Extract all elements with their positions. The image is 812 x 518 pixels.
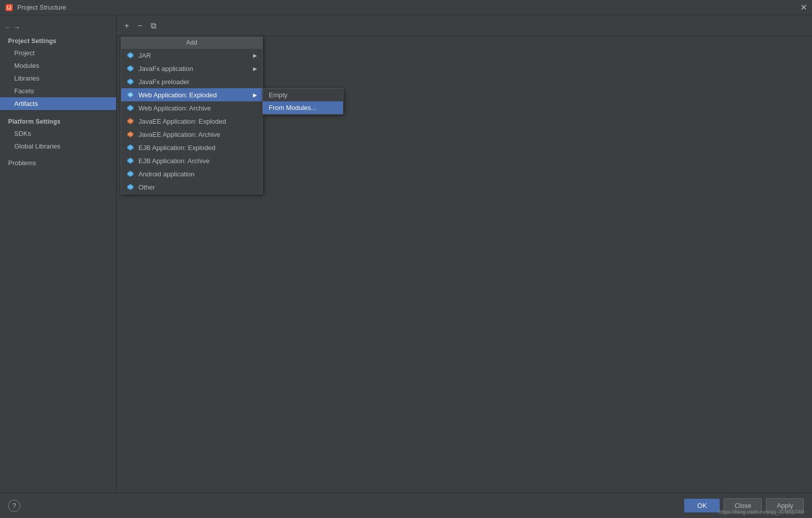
bottom-bar: ? OK Close Apply https://blog.csdn.net/q…	[0, 493, 812, 518]
nav-arrows: ← →	[0, 19, 116, 33]
sidebar-item-facets[interactable]: Facets	[0, 85, 116, 97]
android-app-icon	[126, 170, 134, 178]
window-title: Project Structure	[17, 4, 66, 11]
platform-settings-label: Platform Settings	[0, 114, 116, 127]
web-app-exploded-arrow: ▶	[253, 92, 257, 98]
submenu-item-empty[interactable]: Empty	[263, 89, 343, 101]
javafx-preloader-icon	[126, 78, 134, 86]
title-bar: IJ Project Structure ✕	[0, 0, 812, 15]
close-window-button[interactable]: ✕	[800, 4, 807, 12]
jar-icon	[126, 51, 134, 59]
add-menu-header: Add	[121, 37, 262, 49]
svg-text:IJ: IJ	[7, 5, 11, 11]
forward-button[interactable]: →	[13, 23, 20, 31]
sidebar-item-problems[interactable]: Problems	[0, 157, 116, 169]
menu-item-web-app-exploded[interactable]: Web Application: Exploded ▶ Empty From M…	[121, 88, 262, 101]
app-icon: IJ	[5, 4, 13, 12]
menu-item-ejb-app-archive[interactable]: EJB Application: Archive	[121, 154, 262, 167]
sidebar-divider	[0, 110, 116, 114]
toolbar: + − ⧉	[117, 15, 812, 36]
title-bar-left: IJ Project Structure	[5, 4, 66, 12]
ejb-app-exploded-icon	[126, 143, 134, 152]
bottom-bar-left: ?	[8, 500, 20, 512]
add-menu: Add JAR ▶ JavaFx application ▶	[121, 36, 263, 194]
back-button[interactable]: ←	[4, 23, 11, 31]
other-icon	[126, 183, 134, 191]
javaee-app-exploded-icon	[126, 117, 134, 125]
menu-item-jar[interactable]: JAR ▶	[121, 49, 262, 62]
remove-button[interactable]: −	[134, 20, 146, 32]
sidebar-item-modules[interactable]: Modules	[0, 59, 116, 72]
javafx-application-icon	[126, 64, 134, 72]
javafx-app-arrow: ▶	[253, 66, 257, 71]
menu-item-javafx-application[interactable]: JavaFx application ▶	[121, 62, 262, 75]
ok-button[interactable]: OK	[684, 499, 720, 512]
menu-item-web-app-archive[interactable]: Web Application: Archive	[121, 101, 262, 115]
menu-item-ejb-app-exploded[interactable]: EJB Application: Exploded	[121, 141, 262, 154]
content-area: + − ⧉ Add JAR ▶ JavaFx ap	[117, 15, 812, 493]
sidebar: ← → Project Settings Project Modules Lib…	[0, 15, 117, 493]
jar-arrow: ▶	[253, 53, 257, 58]
sidebar-item-libraries[interactable]: Libraries	[0, 72, 116, 85]
sidebar-item-artifacts[interactable]: Artifacts	[0, 97, 116, 110]
project-settings-label: Project Settings	[0, 33, 116, 47]
menu-item-javaee-app-archive[interactable]: JavaEE Application: Archive	[121, 128, 262, 141]
add-button[interactable]: +	[121, 20, 133, 32]
help-button[interactable]: ?	[8, 500, 20, 512]
sidebar-item-sdks[interactable]: SDKs	[0, 127, 116, 140]
submenu-item-from-modules[interactable]: From Modules...	[263, 101, 343, 114]
submenu-web-app-exploded: Empty From Modules...	[262, 88, 343, 115]
sidebar-item-project[interactable]: Project	[0, 47, 116, 59]
menu-item-javaee-app-exploded[interactable]: JavaEE Application: Exploded	[121, 115, 262, 128]
web-app-archive-icon	[126, 104, 134, 112]
menu-item-other[interactable]: Other	[121, 180, 262, 194]
status-url: https://blog.csdn.net/qq_37855749	[718, 509, 804, 515]
main-layout: ← → Project Settings Project Modules Lib…	[0, 15, 812, 493]
web-app-exploded-icon	[126, 91, 134, 99]
menu-item-android-app[interactable]: Android application	[121, 167, 262, 180]
javaee-app-archive-icon	[126, 130, 134, 138]
sidebar-item-global-libraries[interactable]: Global Libraries	[0, 140, 116, 153]
ejb-app-archive-icon	[126, 157, 134, 165]
copy-button[interactable]: ⧉	[147, 20, 159, 32]
menu-item-javafx-preloader[interactable]: JavaFx preloader	[121, 75, 262, 88]
